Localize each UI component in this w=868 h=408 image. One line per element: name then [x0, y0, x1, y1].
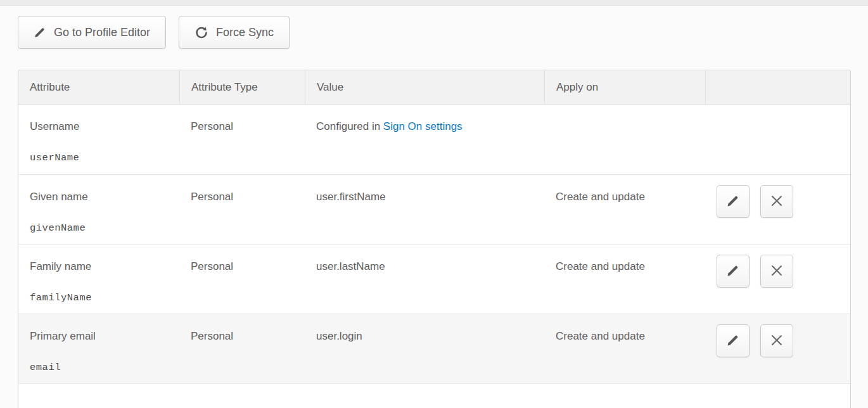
edit-attribute-button[interactable] — [717, 255, 750, 288]
attribute-type-cell: Personal — [179, 314, 305, 383]
pencil-icon — [726, 333, 740, 349]
actions-cell — [705, 245, 850, 314]
table-row: Username userName Personal Configured in… — [18, 105, 850, 174]
value-cell: user.lastName — [305, 245, 544, 314]
attribute-mapping-table: Attribute Attribute Type Value Apply on … — [18, 70, 851, 408]
refresh-icon — [195, 25, 208, 39]
attribute-variable-name: givenName — [30, 221, 173, 235]
column-header-value: Value — [305, 70, 544, 104]
attribute-label: Username — [30, 120, 173, 134]
table-row: Given name givenName Personal user.first… — [18, 174, 850, 244]
value-prefix-text: Configured in — [316, 120, 383, 132]
table-row: Family name familyName Personal user.las… — [18, 244, 850, 314]
attribute-cell: Username userName — [18, 105, 179, 174]
apply-on-cell: Create and update — [544, 314, 705, 383]
attribute-type-cell: Personal — [179, 175, 305, 244]
table-header-row: Attribute Attribute Type Value Apply on — [18, 70, 850, 105]
attribute-label: Given name — [30, 190, 173, 204]
edit-attribute-button[interactable] — [717, 324, 750, 357]
close-icon — [770, 264, 783, 279]
pencil-icon — [726, 264, 740, 279]
column-header-actions — [705, 70, 850, 104]
table-row-partial — [18, 383, 850, 408]
actions-cell — [705, 175, 850, 244]
table-row: Primary email email Personal user.login … — [18, 314, 850, 383]
close-icon — [770, 334, 783, 348]
apply-on-cell: Create and update — [544, 175, 705, 244]
actions-cell — [705, 314, 850, 383]
actions-cell — [705, 105, 850, 174]
attribute-variable-name: email — [30, 360, 173, 374]
delete-attribute-button[interactable] — [760, 185, 793, 218]
edit-attribute-button[interactable] — [717, 185, 750, 218]
delete-attribute-button[interactable] — [760, 255, 793, 288]
pencil-icon — [726, 194, 740, 210]
apply-on-cell: Create and update — [544, 245, 705, 314]
page-top-band — [0, 0, 868, 6]
close-icon — [770, 194, 783, 209]
attribute-cell: Family name familyName — [18, 245, 179, 314]
attribute-label: Family name — [30, 260, 173, 274]
toolbar: Go to Profile Editor Force Sync — [18, 16, 290, 49]
go-to-profile-editor-button[interactable]: Go to Profile Editor — [18, 16, 166, 49]
attribute-type-cell: Personal — [179, 105, 305, 174]
attribute-variable-name: familyName — [30, 291, 173, 305]
attribute-type-cell: Personal — [179, 245, 305, 314]
column-header-attribute: Attribute — [18, 70, 179, 104]
attribute-cell: Primary email email — [18, 314, 179, 383]
attribute-cell: Given name givenName — [18, 175, 179, 244]
sign-on-settings-link[interactable]: Sign On settings — [383, 120, 463, 132]
value-cell: Configured in Sign On settings — [305, 105, 544, 174]
column-header-attribute-type: Attribute Type — [179, 70, 305, 104]
go-to-profile-editor-label: Go to Profile Editor — [54, 26, 150, 39]
attribute-label: Primary email — [30, 329, 173, 343]
delete-attribute-button[interactable] — [760, 324, 793, 357]
force-sync-label: Force Sync — [216, 26, 274, 39]
force-sync-button[interactable]: Force Sync — [179, 16, 290, 49]
apply-on-cell — [544, 105, 705, 174]
attribute-variable-name: userName — [30, 151, 173, 165]
value-cell: user.login — [305, 314, 544, 383]
value-cell: user.firstName — [305, 175, 544, 244]
column-header-apply-on: Apply on — [544, 70, 705, 104]
pencil-icon — [34, 26, 46, 39]
